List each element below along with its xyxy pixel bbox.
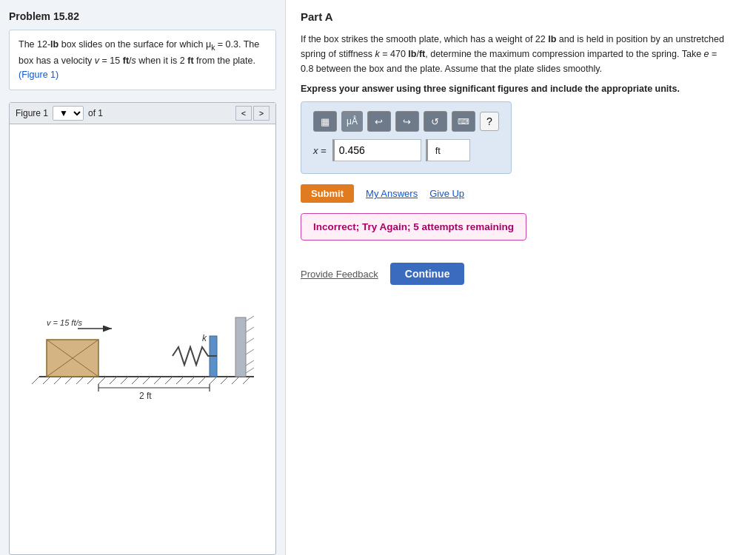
right-panel: Part A If the box strikes the smooth pla… <box>285 0 756 555</box>
figure-prev-btn[interactable]: < <box>235 106 252 121</box>
figure-select[interactable]: ▼ <box>53 106 84 121</box>
toolbar-keyboard-btn[interactable]: ⌨ <box>452 111 475 132</box>
incorrect-banner: Incorrect; Try Again; 5 attempts remaini… <box>301 213 526 240</box>
svg-line-7 <box>98 377 106 384</box>
give-up-button[interactable]: Give Up <box>429 188 464 199</box>
answer-variable: x = <box>313 145 327 156</box>
svg-line-16 <box>198 377 206 384</box>
figure-link[interactable]: (Figure 1) <box>19 70 58 80</box>
svg-line-14 <box>176 377 184 384</box>
svg-line-13 <box>165 377 173 384</box>
svg-line-4 <box>65 377 73 384</box>
continue-button[interactable]: Continue <box>390 263 465 285</box>
svg-line-2 <box>43 377 50 384</box>
svg-rect-29 <box>235 317 246 377</box>
svg-line-11 <box>143 377 150 384</box>
reload-icon: ↺ <box>431 116 439 127</box>
svg-text:v = 15 ft/s: v = 15 ft/s <box>47 318 82 327</box>
figure-svg: v = 15 ft/s <box>24 258 261 414</box>
my-answers-button[interactable]: My Answers <box>366 188 418 199</box>
express-label: Express your answer using three signific… <box>301 84 741 94</box>
svg-line-1 <box>32 377 39 384</box>
diagram-area: v = 15 ft/s <box>24 258 261 421</box>
problem-text: If the box strikes the smooth plate, whi… <box>301 32 730 76</box>
problem-description: The 12-lb box slides on the surface for … <box>9 30 276 90</box>
svg-line-18 <box>221 377 228 384</box>
svg-line-32 <box>246 338 254 343</box>
mu-icon: μÅ <box>347 116 358 127</box>
toolbar-reload-btn[interactable]: ↺ <box>424 111 447 132</box>
answer-input[interactable] <box>332 139 421 161</box>
svg-line-10 <box>132 377 139 384</box>
svg-line-6 <box>87 377 95 384</box>
grid-icon: ▦ <box>321 116 330 127</box>
figure-panel: Figure 1 ▼ of 1 < > <box>9 102 276 555</box>
part-title: Part A <box>301 10 741 23</box>
provide-feedback-button[interactable]: Provide Feedback <box>301 269 378 280</box>
answer-box: ▦ μÅ ↩ ↪ ↺ ⌨ ? <box>301 101 512 174</box>
toolbar-redo-btn[interactable]: ↪ <box>395 111 419 132</box>
toolbar-undo-btn[interactable]: ↩ <box>367 111 391 132</box>
svg-line-3 <box>54 377 61 384</box>
help-icon: ? <box>486 115 492 127</box>
figure-content: v = 15 ft/s <box>10 124 275 554</box>
svg-text:k: k <box>202 333 207 343</box>
svg-line-9 <box>121 377 128 384</box>
answer-row: x = ft <box>313 139 499 161</box>
figure-of: of 1 <box>88 108 103 118</box>
submit-row: Submit My Answers Give Up <box>301 184 741 203</box>
submit-button[interactable]: Submit <box>301 184 354 203</box>
problem-title: Problem 15.82 <box>9 10 276 22</box>
redo-icon: ↪ <box>403 116 411 127</box>
toolbar-mu-btn[interactable]: μÅ <box>341 111 363 132</box>
svg-line-33 <box>246 349 254 354</box>
svg-line-35 <box>246 368 254 373</box>
svg-line-30 <box>246 316 254 321</box>
svg-line-20 <box>243 377 250 384</box>
svg-line-8 <box>110 377 117 384</box>
feedback-row: Provide Feedback Continue <box>301 263 741 285</box>
toolbar-help-btn[interactable]: ? <box>480 112 499 131</box>
svg-line-12 <box>154 377 161 384</box>
keyboard-icon: ⌨ <box>458 117 469 127</box>
figure-label: Figure 1 <box>16 108 48 118</box>
toolbar-grid-btn[interactable]: ▦ <box>313 111 337 132</box>
figure-next-btn[interactable]: > <box>253 106 270 121</box>
answer-unit: ft <box>426 139 470 161</box>
undo-icon: ↩ <box>375 116 383 127</box>
svg-line-15 <box>187 377 195 384</box>
svg-line-34 <box>246 360 254 366</box>
svg-line-17 <box>210 377 217 384</box>
desc-text: The 12-lb box slides on the surface for … <box>19 39 259 80</box>
svg-text:2 ft: 2 ft <box>139 391 152 401</box>
svg-line-19 <box>232 377 239 384</box>
figure-header: Figure 1 ▼ of 1 < > <box>10 103 275 124</box>
svg-line-5 <box>76 377 84 384</box>
svg-line-31 <box>246 327 254 332</box>
toolbar-row: ▦ μÅ ↩ ↪ ↺ ⌨ ? <box>313 111 499 132</box>
